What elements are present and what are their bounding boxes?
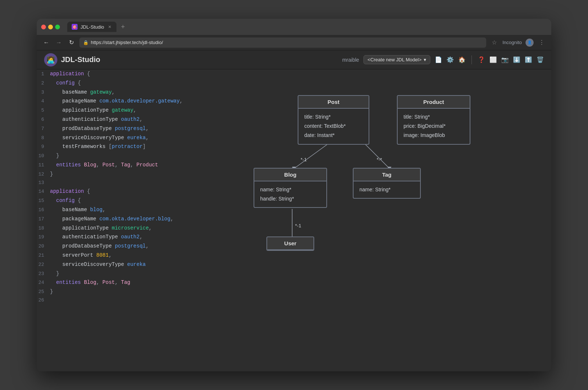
lock-icon: 🔒 [83, 40, 89, 45]
svg-text:*-*: *-* [377, 157, 382, 162]
entity-box-user[interactable]: User [266, 236, 314, 251]
upload-icon[interactable]: ⬆️ [525, 56, 532, 63]
code-line: 3 baseName gateway, [37, 88, 209, 97]
line-number: 1 [37, 71, 50, 78]
entity-header-blog: Blog [254, 169, 326, 181]
code-line: 20 prodDatabaseType postgresql, [37, 242, 209, 251]
code-content: authenticationType oauth2, [50, 115, 143, 123]
profile-avatar[interactable]: 👤 [526, 39, 534, 47]
line-number: 13 [37, 179, 50, 187]
line-number: 9 [37, 143, 50, 151]
browser-tab[interactable]: 🎯 JDL-Studio ✕ [67, 22, 116, 32]
model-selector[interactable]: <Create new JDL Model> ▾ [363, 55, 430, 64]
diagram-svg: *-1 *-* *-1 [209, 69, 551, 371]
download-icon[interactable]: ⬇️ [513, 56, 520, 63]
code-content: } [50, 152, 59, 160]
url-bar[interactable]: 🔒 https://start.jhipster.tech/jdl-studio… [79, 37, 486, 48]
entity-body-product: title: String* price: BigDecimal* image:… [398, 109, 470, 144]
code-content: applicationType microservice, [50, 224, 152, 232]
maximize-button[interactable] [55, 25, 60, 29]
line-number: 12 [37, 171, 50, 178]
browser-window: 🎯 JDL-Studio ✕ + ← → ↻ 🔒 https://start.j… [37, 19, 551, 371]
entity-header-post: Post [298, 96, 369, 109]
code-line: 13 [37, 179, 209, 187]
entity-box-tag[interactable]: Tag name: String* [353, 168, 421, 199]
line-number: 21 [37, 252, 50, 260]
code-content: } [50, 288, 53, 296]
code-line: 23 } [37, 269, 209, 278]
line-number: 20 [37, 243, 50, 250]
main-content: 1application {2 config {3 baseName gatew… [37, 69, 551, 371]
diagram-area[interactable]: *-1 *-* *-1 Post title: String* content:… [209, 69, 551, 371]
forward-button[interactable]: → [54, 39, 63, 46]
line-number: 18 [37, 225, 50, 232]
refresh-button[interactable]: ↻ [67, 39, 76, 46]
entity-header-tag: Tag [354, 169, 420, 181]
app-title: JDL-Studio [61, 55, 100, 64]
code-line: 12} [37, 170, 209, 179]
new-tab-button[interactable]: + [121, 23, 125, 31]
delete-icon[interactable]: 🗑️ [537, 56, 544, 63]
code-content: serviceDiscoveryType eureka, [50, 134, 149, 142]
entity-box-post[interactable]: Post title: String* content: TextBlob* d… [298, 95, 369, 145]
minimize-button[interactable] [48, 25, 53, 29]
code-content: } [50, 170, 53, 178]
line-number: 19 [37, 234, 50, 241]
line-number: 7 [37, 125, 50, 133]
address-bar: ← → ↻ 🔒 https://start.jhipster.tech/jdl-… [37, 35, 551, 50]
code-content: config { [50, 196, 81, 205]
code-editor[interactable]: 1application {2 config {3 baseName gatew… [37, 69, 209, 371]
code-content: baseName blog, [50, 206, 105, 214]
code-line: 18 applicationType microservice, [37, 224, 209, 233]
code-line: 9 testFrameworks [protractor] [37, 142, 209, 151]
code-line: 15 config { [37, 196, 209, 205]
code-content: authenticationType oauth2, [50, 233, 143, 241]
code-line: 17 packageName com.okta.developer.blog, [37, 214, 209, 224]
code-content: packageName com.okta.developer.gateway, [50, 97, 183, 105]
code-content: application { [50, 70, 90, 78]
camera-icon[interactable]: 📷 [501, 56, 509, 63]
line-number: 10 [37, 152, 50, 160]
tab-close-button[interactable]: ✕ [107, 24, 112, 29]
bookmark-button[interactable]: ☆ [490, 39, 499, 46]
code-content: applicationType gateway, [50, 106, 136, 114]
app-header: 🧑‍💻 JDL-Studio mraible <Create new JDL M… [37, 50, 551, 69]
close-button[interactable] [41, 25, 46, 29]
line-number: 3 [37, 89, 50, 97]
back-button[interactable]: ← [42, 39, 51, 46]
header-right: mraible <Create new JDL Model> ▾ 📄 ⚙️ 🏠 … [342, 55, 544, 64]
code-line: 10 } [37, 151, 209, 160]
preview-icon[interactable]: ⬜ [490, 56, 497, 63]
code-line: 24 entities Blog, Post, Tag [37, 278, 209, 287]
line-number: 24 [37, 279, 50, 287]
profile-label: Incognito [502, 40, 522, 45]
header-divider [472, 55, 472, 64]
app-logo: 🧑‍💻 JDL-Studio [44, 53, 100, 66]
entity-body-blog: name: String* handle: String* [254, 181, 326, 207]
entity-box-blog[interactable]: Blog name: String* handle: String* [254, 168, 327, 208]
code-content: entities Blog, Post, Tag [50, 278, 130, 286]
dropdown-arrow: ▾ [424, 57, 426, 62]
menu-button[interactable]: ⋮ [537, 39, 546, 46]
code-content: testFrameworks [protractor] [50, 142, 146, 151]
code-line: 7 prodDatabaseType postgresql, [37, 124, 209, 133]
url-text: https://start.jhipster.tech/jdl-studio/ [91, 40, 163, 45]
home-icon[interactable]: 🏠 [458, 56, 466, 63]
code-content: serviceDiscoveryType eureka [50, 260, 146, 268]
code-line: 5 applicationType gateway, [37, 106, 209, 115]
code-content: serverPort 8081, [50, 251, 112, 259]
entity-box-product[interactable]: Product title: String* price: BigDecimal… [397, 95, 470, 145]
line-number: 22 [37, 261, 50, 269]
code-line: 22 serviceDiscoveryType eureka [37, 260, 209, 269]
entity-header-product: Product [398, 96, 470, 109]
code-line: 21 serverPort 8081, [37, 251, 209, 260]
code-line: 2 config { [37, 79, 209, 88]
settings-icon[interactable]: ⚙️ [447, 56, 454, 63]
code-content: entities Blog, Post, Tag, Product [50, 161, 158, 169]
code-line: 26 [37, 296, 209, 305]
new-file-icon[interactable]: 📄 [435, 56, 442, 63]
help-icon[interactable]: ❓ [478, 56, 485, 63]
svg-text:*-1: *-1 [301, 157, 307, 162]
model-selector-label: <Create new JDL Model> [368, 57, 422, 62]
svg-text:*-1: *-1 [295, 223, 301, 228]
